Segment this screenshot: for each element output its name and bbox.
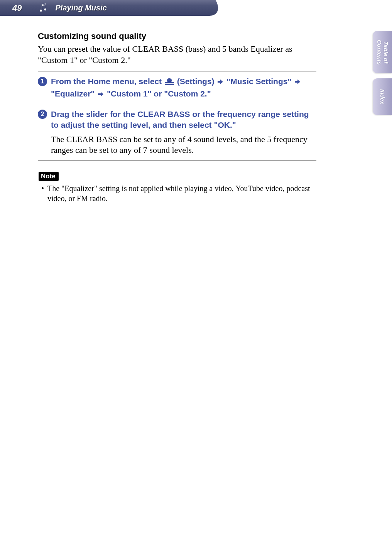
step-1-settings: (Settings)	[175, 77, 217, 86]
index-tab-label: Index	[379, 89, 386, 104]
header-curve	[189, 0, 223, 16]
svg-rect-0	[165, 82, 174, 83]
toc-tab[interactable]: Table ofContents	[373, 31, 392, 73]
step-number-2: 2	[38, 110, 47, 119]
step-1-text: From the Home menu, select (Settings) "M…	[51, 76, 301, 100]
page-number: 49	[0, 3, 22, 13]
note-badge: Note	[39, 172, 59, 181]
toc-tab-label: Table ofContents	[376, 40, 389, 65]
step-1-prefix: From the Home menu, select	[51, 77, 164, 86]
arrow-icon	[98, 89, 103, 100]
step-1-path2: "Music Settings"	[224, 77, 294, 86]
subheading: Customizing sound quality	[38, 31, 316, 41]
main-content: Customizing sound quality You can preset…	[0, 16, 316, 203]
arrow-icon	[218, 76, 223, 87]
svg-rect-2	[167, 79, 172, 82]
step-1: 1 From the Home menu, select (Settings) …	[38, 71, 316, 104]
header-bar: 49 Playing Music	[0, 0, 210, 16]
step-1-path3b: "Custom 1" or "Custom 2."	[105, 89, 211, 98]
step-2-body: The CLEAR BASS can be set to any of 4 so…	[51, 134, 316, 156]
step-2-text: Drag the slider for the CLEAR BASS or th…	[51, 109, 316, 131]
step-number-1: 1	[38, 77, 47, 86]
svg-rect-1	[165, 84, 174, 85]
note-item: The "Equalizer" setting is not applied w…	[42, 183, 316, 203]
intro-text: You can preset the value of CLEAR BASS (…	[38, 44, 316, 66]
index-tab[interactable]: Index	[373, 78, 392, 115]
step-2: 2 Drag the slider for the CLEAR BASS or …	[38, 104, 316, 161]
settings-icon	[165, 77, 174, 88]
divider-bottom	[38, 161, 316, 161]
section-title: Playing Music	[55, 3, 106, 12]
music-note-icon	[39, 3, 48, 14]
svg-rect-3	[168, 78, 171, 80]
note-section: Note The "Equalizer" setting is not appl…	[38, 172, 316, 203]
note-list: The "Equalizer" setting is not applied w…	[38, 183, 316, 203]
step-1-path3a: "Equalizer"	[51, 89, 97, 98]
arrow-icon	[295, 76, 300, 87]
